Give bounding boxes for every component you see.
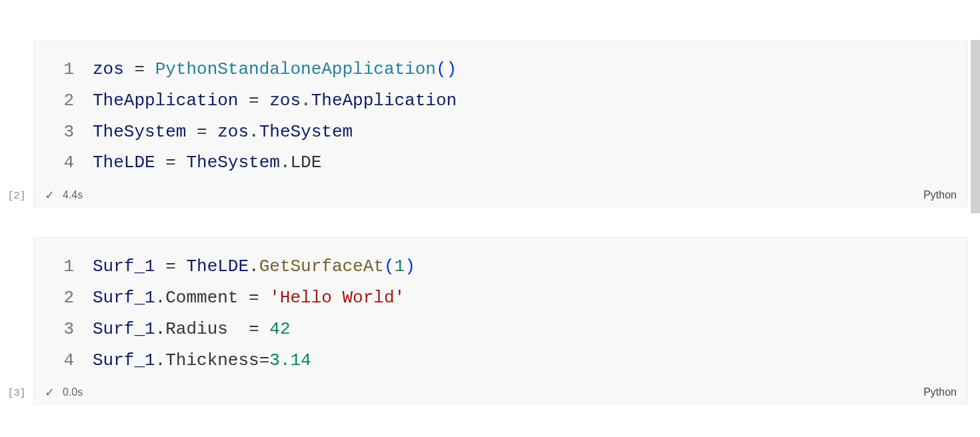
code-line[interactable]: 1zos = PythonStandaloneApplication() <box>47 54 954 85</box>
previous-cell-edge <box>0 0 980 7</box>
cell-body: 1Surf_1 = TheLDE.GetSurfaceAt(1)2Surf_1.… <box>33 237 968 404</box>
cell-footer: ✓ 4.4s Python <box>34 185 967 207</box>
code-line[interactable]: 4Surf_1.Thickness=3.14 <box>47 345 954 376</box>
code-content[interactable]: Surf_1.Comment = 'Hello World' <box>93 282 405 314</box>
code-line[interactable]: 1Surf_1 = TheLDE.GetSurfaceAt(1) <box>47 251 954 282</box>
code-content[interactable]: Surf_1.Thickness=3.14 <box>93 345 311 376</box>
scrollbar-track[interactable] <box>971 40 980 226</box>
code-content[interactable]: Surf_1.Radius = 42 <box>93 314 291 345</box>
line-number: 1 <box>47 54 74 85</box>
code-line[interactable]: 3Surf_1.Radius = 42 <box>47 314 954 345</box>
line-number: 1 <box>47 251 74 282</box>
execution-time: 0.0s <box>63 386 83 398</box>
line-number: 4 <box>47 345 74 376</box>
code-line[interactable]: 4TheLDE = TheSystem.LDE <box>47 147 954 179</box>
line-number: 4 <box>47 147 74 179</box>
execution-count-label: [3] <box>0 388 33 404</box>
code-editor[interactable]: 1zos = PythonStandaloneApplication()2The… <box>34 41 967 185</box>
code-line[interactable]: 3TheSystem = zos.TheSystem <box>47 117 954 148</box>
line-number: 2 <box>47 85 74 117</box>
code-content[interactable]: Surf_1 = TheLDE.GetSurfaceAt(1) <box>93 251 415 282</box>
code-content[interactable]: TheApplication = zos.TheApplication <box>93 85 457 117</box>
execution-time: 4.4s <box>63 189 83 201</box>
code-line[interactable]: 2TheApplication = zos.TheApplication <box>47 85 954 117</box>
code-content[interactable]: TheLDE = TheSystem.LDE <box>93 147 321 179</box>
success-check-icon: ✓ <box>45 385 55 400</box>
language-label[interactable]: Python <box>923 189 957 201</box>
cell-body: 1zos = PythonStandaloneApplication()2The… <box>33 40 968 207</box>
line-number: 2 <box>47 282 74 314</box>
line-number: 3 <box>47 314 74 345</box>
code-cell[interactable]: [3] 1Surf_1 = TheLDE.GetSurfaceAt(1)2Sur… <box>0 237 980 404</box>
code-cell[interactable]: [2] 1zos = PythonStandaloneApplication()… <box>0 40 980 207</box>
cell-footer: ✓ 0.0s Python <box>34 382 967 404</box>
execution-count-label: [2] <box>0 191 33 207</box>
code-content[interactable]: TheSystem = zos.TheSystem <box>93 117 353 148</box>
code-line[interactable]: 2Surf_1.Comment = 'Hello World' <box>47 282 954 314</box>
code-content[interactable]: zos = PythonStandaloneApplication() <box>93 54 457 85</box>
code-editor[interactable]: 1Surf_1 = TheLDE.GetSurfaceAt(1)2Surf_1.… <box>34 238 967 382</box>
line-number: 3 <box>47 117 74 148</box>
scrollbar-thumb[interactable] <box>971 40 980 213</box>
success-check-icon: ✓ <box>45 188 55 203</box>
language-label[interactable]: Python <box>923 386 957 398</box>
notebook-container: [2] 1zos = PythonStandaloneApplication()… <box>0 0 980 404</box>
